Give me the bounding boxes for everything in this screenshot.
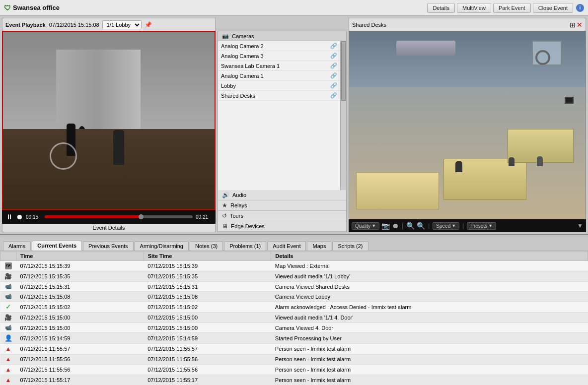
separator1: |	[402, 222, 403, 229]
audio-label: Audio	[232, 192, 246, 198]
log-row-1[interactable]: 🎥07/12/2015 15:15:3507/12/2015 15:15:35V…	[0, 271, 588, 282]
log-details-8: Person seen - Immix test alarm	[271, 344, 588, 354]
audio-icon: 🔊	[222, 192, 229, 198]
camera-item-shared-desks[interactable]: Shared Desks 🔗	[218, 91, 340, 101]
record-button[interactable]: ⏺	[16, 213, 23, 221]
log-time-7: 07/12/2015 15:14:59	[16, 333, 144, 344]
tab-alarms[interactable]: Alarms	[3, 241, 31, 251]
expand-icon[interactable]: ▼	[577, 222, 583, 229]
tours-icon: ↺	[222, 212, 227, 219]
tab-problems[interactable]: Problems (1)	[224, 241, 266, 251]
top-bar: 🛡 Swansea office Details MultiView Park …	[0, 0, 588, 16]
tab-arming-disarming[interactable]: Arming/Disarming	[135, 241, 189, 251]
tab-previous-events[interactable]: Previous Events	[83, 241, 133, 251]
tab-maps[interactable]: Maps	[307, 241, 331, 251]
shared-desks-controls: ⊞ ✕	[570, 21, 583, 29]
relays-label: Relays	[230, 202, 247, 208]
log-site-time-6: 07/12/2015 15:15:00	[144, 323, 271, 333]
camera-item-lobby[interactable]: Lobby 🔗	[218, 81, 340, 91]
log-row-10[interactable]: ▲07/12/2015 11:55:5607/12/2015 11:55:56P…	[0, 365, 588, 375]
park-event-button[interactable]: Park Event	[493, 3, 531, 13]
app-name-label: Swansea office	[13, 4, 60, 11]
log-site-time-1: 07/12/2015 15:15:35	[144, 271, 271, 282]
relays-icon: ★	[222, 202, 227, 209]
tab-bar: Alarms Current Events Previous Events Ar…	[0, 235, 588, 251]
play-button[interactable]: ⏸	[6, 213, 13, 221]
log-site-time-5: 07/12/2015 15:15:00	[144, 313, 271, 323]
camera-list-panel: 📷 Cameras Analog Camera 2 🔗 Analog Camer…	[218, 31, 347, 232]
close-event-button[interactable]: Close Event	[533, 3, 573, 13]
log-details-0: Map Viewed : External	[271, 261, 588, 271]
camera-item-analog3[interactable]: Analog Camera 3 🔗	[218, 51, 340, 61]
camera-name-shared-desks: Shared Desks	[221, 93, 330, 99]
log-row-2[interactable]: 📹07/12/2015 15:15:3107/12/2015 15:15:31C…	[0, 282, 588, 292]
log-site-time-10: 07/12/2015 11:55:56	[144, 365, 271, 375]
log-row-11[interactable]: ▲07/12/2015 11:55:1707/12/2015 11:55:17P…	[0, 375, 588, 385]
log-details-4: Alarm acknowledged : Access Denied - Imm…	[271, 302, 588, 313]
camera-ctrl-icon[interactable]: 📷	[381, 222, 390, 230]
tab-current-events[interactable]: Current Events	[32, 241, 82, 251]
top-buttons: Details MultiView Park Event Close Event…	[427, 3, 584, 13]
record-ctrl-icon[interactable]: ⏺	[392, 222, 399, 230]
separator3: |	[462, 222, 464, 229]
zoom-out-icon[interactable]: 🔍	[417, 222, 425, 230]
log-site-time-11: 07/12/2015 11:55:17	[144, 375, 271, 385]
progress-handle[interactable]	[139, 214, 144, 219]
cameras-scrollbar[interactable]	[340, 41, 346, 190]
progress-fill	[45, 215, 141, 218]
log-icon-3: 📹	[0, 292, 16, 302]
log-details-2: Camera Viewed Shared Desks	[271, 282, 588, 292]
grid-icon[interactable]: ⊞	[570, 21, 576, 29]
zoom-in-icon[interactable]: 🔍	[406, 222, 415, 230]
log-site-time-8: 07/12/2015 11:55:57	[144, 344, 271, 354]
camera-item-swansea-lab[interactable]: Swansea Lab Camera 1 🔗	[218, 61, 340, 71]
tab-notes[interactable]: Notes (3)	[190, 241, 223, 251]
presets-button[interactable]: Presets ▼	[467, 222, 496, 230]
log-row-7[interactable]: 👤07/12/2015 15:14:5907/12/2015 15:14:59S…	[0, 333, 588, 344]
pin-icon[interactable]: 📌	[145, 21, 152, 28]
log-row-9[interactable]: ▲07/12/2015 11:55:5607/12/2015 11:55:56P…	[0, 354, 588, 365]
log-time-3: 07/12/2015 15:15:08	[16, 292, 144, 302]
camera-name-analog2: Analog Camera 2	[221, 43, 330, 49]
log-icon-6: 📹	[0, 323, 16, 333]
shared-desks-title: Shared Desks	[352, 22, 386, 28]
info-icon[interactable]: i	[576, 4, 584, 12]
camera-icon-swansea-lab: 🔗	[330, 63, 337, 69]
camera-item-analog1[interactable]: Analog Camera 1 🔗	[218, 71, 340, 81]
camera-item-analog2[interactable]: Analog Camera 2 🔗	[218, 41, 340, 51]
shared-desks-bottom-bar: Quality ▼ 📷 ⏺ | 🔍 🔍 | Speed ▼ | Presets …	[349, 219, 586, 232]
camera-select[interactable]: 1/1 Lobby	[102, 20, 142, 29]
log-time-11: 07/12/2015 11:55:17	[16, 375, 144, 385]
progress-bar[interactable]	[45, 215, 193, 218]
tab-audit-event[interactable]: Audit Event	[267, 241, 306, 251]
details-button[interactable]: Details	[427, 3, 455, 13]
log-icon-1: 🎥	[0, 271, 16, 282]
log-row-8[interactable]: ▲07/12/2015 11:55:5707/12/2015 11:55:57P…	[0, 344, 588, 354]
tab-scripts[interactable]: Scripts (2)	[332, 241, 368, 251]
event-playback-header: Event Playback 07/12/2015 15:15:08 1/1 L…	[2, 18, 216, 31]
quality-button[interactable]: Quality ▼	[352, 222, 379, 230]
multiview-button[interactable]: MultiView	[457, 3, 491, 13]
top-section: Event Playback 07/12/2015 15:15:08 1/1 L…	[0, 16, 588, 234]
audio-section[interactable]: 🔊 Audio	[218, 190, 346, 200]
time-end: 00:21	[196, 214, 212, 220]
time-start: 00:15	[26, 214, 42, 220]
speed-button[interactable]: Speed ▼	[433, 222, 459, 230]
edge-devices-section[interactable]: 🖥 Edge Devices	[218, 221, 346, 232]
cameras-scrollbar-thumb[interactable]	[341, 41, 346, 101]
video-controls: ⏸ ⏺ 00:15 00:21	[2, 210, 216, 224]
tours-section[interactable]: ↺ Tours	[218, 211, 346, 221]
shared-desks-video	[349, 31, 586, 219]
shared-desks-panel: Shared Desks ⊞ ✕	[349, 18, 586, 232]
close-shared-desks-icon[interactable]: ✕	[577, 21, 583, 29]
log-row-3[interactable]: 📹07/12/2015 15:15:0807/12/2015 15:15:08C…	[0, 292, 588, 302]
relays-section[interactable]: ★ Relays	[218, 200, 346, 211]
col-details: Details	[271, 252, 588, 261]
tours-label: Tours	[230, 213, 243, 219]
cameras-label: Cameras	[232, 33, 254, 39]
log-row-5[interactable]: 🎥07/12/2015 15:15:0007/12/2015 15:15:00V…	[0, 313, 588, 323]
log-row-6[interactable]: 📹07/12/2015 15:15:0007/12/2015 15:15:00C…	[0, 323, 588, 333]
log-row-0[interactable]: 🗺07/12/2015 15:15:3907/12/2015 15:15:39M…	[0, 261, 588, 271]
log-row-4[interactable]: ✓07/12/2015 15:15:0207/12/2015 15:15:02A…	[0, 302, 588, 313]
log-icon-2: 📹	[0, 282, 16, 292]
